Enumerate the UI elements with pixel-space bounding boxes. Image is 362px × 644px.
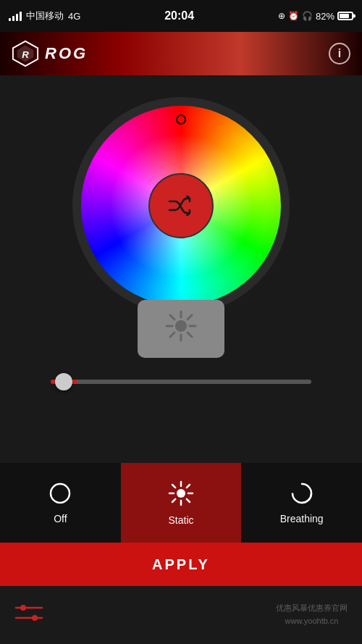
svg-line-11: [170, 333, 174, 337]
svg-text:R: R: [22, 49, 29, 60]
network-label: 4G: [68, 11, 80, 22]
rog-emblem-icon: R: [12, 40, 39, 67]
svg-point-13: [177, 489, 185, 498]
svg-line-18: [172, 485, 175, 488]
svg-line-9: [188, 333, 192, 337]
color-wheel[interactable]: [80, 104, 282, 307]
mode-tabs: Off Static Breathin: [0, 463, 362, 543]
status-bar: 中国移动 4G 20:04 ⊕ ⏰ 🎧 82%: [0, 0, 362, 32]
eq-icon[interactable]: [14, 602, 43, 629]
svg-point-12: [51, 484, 70, 503]
tab-breathing[interactable]: Breathing: [241, 463, 362, 543]
app-header: R ROG i: [0, 32, 362, 75]
alarm-icon: ⏰: [288, 11, 299, 21]
apply-label: APPLY: [152, 556, 210, 573]
headphone-icon: 🎧: [302, 11, 313, 21]
tab-static[interactable]: Static: [121, 463, 242, 543]
signal-bars: [9, 11, 22, 21]
brightness-slider-track[interactable]: [51, 380, 311, 384]
watermark-line2: www.yoohtb.cn: [276, 615, 348, 628]
tab-off[interactable]: Off: [0, 463, 121, 543]
main-content: [0, 75, 362, 413]
brightness-box[interactable]: [138, 300, 224, 358]
brightness-slider-container: [29, 380, 333, 384]
tab-off-label: Off: [54, 513, 67, 524]
svg-line-21: [172, 498, 175, 501]
color-wheel-center-button[interactable]: [148, 173, 214, 238]
battery-icon: [337, 12, 353, 20]
info-button[interactable]: i: [329, 43, 350, 64]
tab-breathing-label: Breathing: [280, 513, 324, 524]
svg-line-20: [187, 485, 190, 488]
rog-title: ROG: [45, 44, 88, 63]
svg-point-26: [32, 615, 38, 621]
info-icon: i: [338, 47, 341, 60]
shuffle-icon: [168, 196, 194, 216]
location-icon: ⊕: [278, 11, 285, 21]
status-left: 中国移动 4G: [9, 9, 80, 22]
svg-line-10: [188, 315, 192, 319]
off-icon: [49, 482, 72, 509]
rog-logo: R ROG: [12, 40, 88, 67]
svg-line-8: [170, 315, 174, 319]
apply-button[interactable]: APPLY: [0, 543, 362, 586]
bottom-bar: 优惠风暴优惠券官网 www.yoohtb.cn: [0, 586, 362, 644]
brightness-slider-thumb[interactable]: [55, 373, 72, 390]
color-wheel-container[interactable]: [72, 97, 290, 314]
svg-point-25: [20, 605, 26, 611]
watermark-line1: 优惠风暴优惠券官网: [276, 602, 348, 615]
tab-static-label: Static: [169, 514, 194, 526]
carrier-label: 中国移动: [26, 9, 64, 22]
breathing-icon: [290, 482, 313, 509]
brightness-icon: [164, 309, 198, 350]
svg-line-19: [187, 498, 190, 501]
battery-fill: [340, 14, 349, 18]
watermark: 优惠风暴优惠券官网 www.yoohtb.cn: [276, 602, 348, 627]
wheel-indicator: [176, 114, 186, 125]
svg-point-3: [175, 320, 187, 332]
static-icon: [168, 480, 194, 510]
time-label: 20:04: [164, 9, 194, 22]
battery-percent: 82%: [316, 11, 334, 22]
status-right: ⊕ ⏰ 🎧 82%: [278, 11, 353, 22]
